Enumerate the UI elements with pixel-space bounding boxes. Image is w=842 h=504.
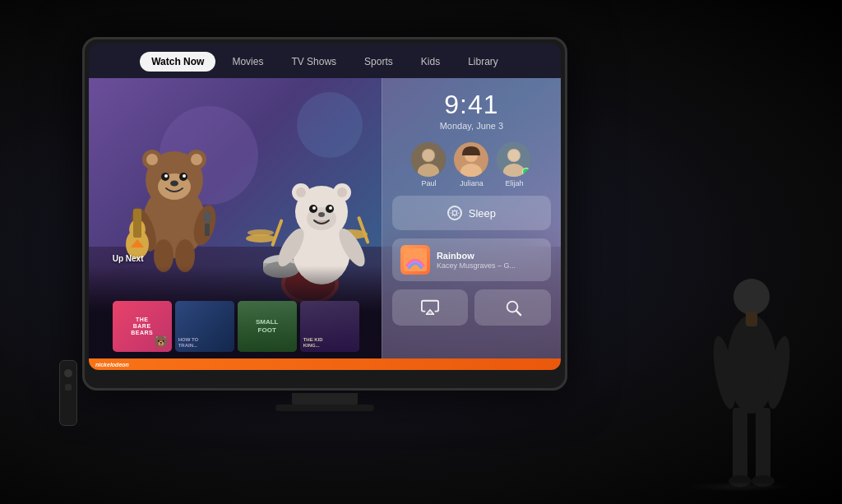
thumbnail-kid-king[interactable]: THE KIDKING... (300, 301, 359, 352)
tv-stand (292, 393, 358, 405)
thumbnail-dragon[interactable]: HOW TOTRAIN... (175, 301, 234, 352)
thumbnail-smallfoot[interactable]: SMALLFOOT (238, 301, 297, 352)
nav-kids[interactable]: Kids (409, 52, 451, 72)
sleep-button[interactable]: Sleep (392, 196, 551, 230)
nav-library[interactable]: Library (456, 52, 510, 72)
tv-screen: Watch Now Movies TV Shows Sports Kids Li… (89, 44, 561, 370)
thumbnail-bare-bears[interactable]: THEBAREBEARS 🐻 (113, 301, 172, 352)
sleep-label: Sleep (469, 207, 496, 220)
nav-watch-now[interactable]: Watch Now (140, 52, 215, 72)
svg-point-45 (329, 206, 332, 210)
airplay-button[interactable] (392, 289, 469, 326)
svg-point-9 (164, 174, 168, 178)
brown-bear (113, 123, 236, 275)
profile-name-juliana: Juliana (460, 179, 483, 187)
nav-movies[interactable]: Movies (220, 52, 275, 72)
svg-point-54 (423, 150, 434, 161)
avatar-paul (411, 142, 446, 177)
avatar-face-paul (411, 142, 446, 177)
time-display: 9:41 Monday, June 3 (392, 90, 551, 131)
clock-date: Monday, June 3 (392, 121, 551, 131)
thumbnail-strip: THEBAREBEARS 🐻 HOW TOTRAIN... SMAL (89, 266, 382, 358)
tv-stand-base (275, 405, 374, 411)
music-info: Rainbow Kacey Musgraves – G... (437, 251, 543, 270)
svg-point-62 (452, 211, 456, 215)
svg-point-44 (312, 206, 316, 210)
svg-rect-19 (205, 224, 210, 236)
profile-elijah[interactable]: Elijah (497, 142, 531, 187)
up-next-label: Up Next (113, 254, 144, 263)
svg-point-61 (508, 150, 520, 161)
hero-section: Up Next THEBAREBEARS 🐻 (89, 78, 561, 358)
bg-decoration-2 (297, 92, 363, 158)
svg-marker-64 (427, 310, 434, 315)
svg-rect-73 (756, 408, 770, 482)
svg-point-10 (183, 174, 186, 178)
music-artist: Kacey Musgraves – G... (437, 261, 543, 270)
clock-time: 9:41 (392, 90, 551, 120)
remote-control (59, 360, 77, 426)
album-art (400, 245, 430, 275)
svg-point-46 (318, 212, 325, 217)
profile-paul[interactable]: Paul (411, 142, 446, 187)
avatar-juliana (454, 142, 488, 177)
presenter-silhouette (706, 274, 797, 488)
svg-rect-72 (733, 408, 747, 482)
user-profiles: Paul (392, 142, 551, 187)
profile-juliana[interactable]: Juliana (454, 142, 488, 187)
svg-point-40 (337, 187, 347, 197)
control-center: 9:41 Monday, June 3 (382, 78, 561, 358)
svg-rect-69 (746, 312, 757, 326)
nav-tv-shows[interactable]: TV Shows (280, 52, 348, 72)
sleep-icon (447, 206, 462, 220)
nav-sports[interactable]: Sports (353, 52, 405, 72)
svg-point-3 (146, 154, 158, 165)
tv-display: Watch Now Movies TV Shows Sports Kids Li… (82, 37, 567, 391)
svg-point-5 (191, 154, 202, 165)
svg-line-66 (516, 311, 520, 315)
tv-bezel: Watch Now Movies TV Shows Sports Kids Li… (82, 37, 567, 391)
navigation-bar: Watch Now Movies TV Shows Sports Kids Li… (89, 44, 561, 78)
avatar-face-juliana (454, 142, 488, 177)
svg-rect-16 (133, 209, 141, 238)
profile-name-elijah: Elijah (505, 179, 523, 187)
music-widget[interactable]: Rainbow Kacey Musgraves – G... (392, 238, 551, 281)
icon-row (392, 289, 551, 326)
nickelodeon-label: nickelodeon (95, 362, 129, 368)
svg-point-67 (733, 279, 770, 315)
presenter-shadow (686, 482, 793, 492)
svg-point-11 (170, 180, 178, 186)
svg-point-38 (296, 187, 306, 197)
appletv-ui: Watch Now Movies TV Shows Sports Kids Li… (89, 44, 561, 370)
search-button[interactable] (474, 289, 551, 326)
svg-rect-49 (271, 219, 284, 247)
profile-name-paul: Paul (421, 179, 436, 187)
music-title: Rainbow (437, 251, 543, 261)
svg-rect-50 (357, 216, 370, 244)
svg-point-18 (203, 210, 211, 224)
avatar-elijah (497, 142, 531, 177)
nickelodeon-bar: nickelodeon (89, 358, 561, 370)
